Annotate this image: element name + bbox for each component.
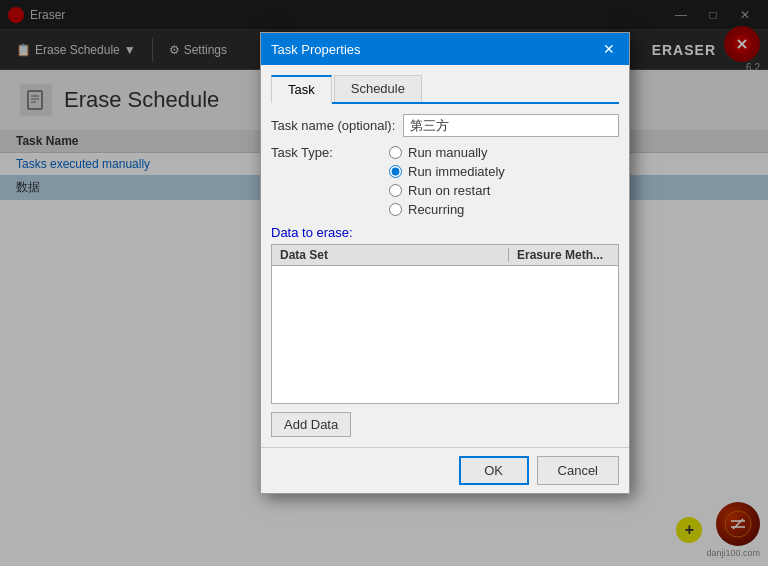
data-section-label: Data to erase: — [271, 225, 619, 240]
radio-recurring[interactable]: Recurring — [389, 202, 505, 217]
add-data-row: Add Data — [271, 412, 619, 437]
radio-run-manually-label: Run manually — [408, 145, 488, 160]
radio-run-on-restart-input[interactable] — [389, 184, 402, 197]
col-erasure: Erasure Meth... — [508, 248, 618, 262]
cancel-button[interactable]: Cancel — [537, 456, 619, 485]
radio-recurring-label: Recurring — [408, 202, 464, 217]
tab-schedule[interactable]: Schedule — [334, 75, 422, 102]
radio-run-on-restart[interactable]: Run on restart — [389, 183, 505, 198]
radio-recurring-input[interactable] — [389, 203, 402, 216]
task-name-label: Task name (optional): — [271, 118, 395, 133]
data-table-header: Data Set Erasure Meth... — [272, 245, 618, 266]
task-properties-dialog: Task Properties ✕ Task Schedule Task nam… — [260, 32, 630, 494]
dialog-body: Task Schedule Task name (optional): Task… — [261, 65, 629, 447]
tab-schedule-label: Schedule — [351, 81, 405, 96]
radio-run-immediately-label: Run immediately — [408, 164, 505, 179]
dialog-title-bar: Task Properties ✕ — [261, 33, 629, 65]
col-dataset: Data Set — [272, 248, 508, 262]
task-type-label: Task Type: — [271, 145, 381, 160]
add-data-button[interactable]: Add Data — [271, 412, 351, 437]
data-table-body — [272, 266, 618, 396]
task-name-row: Task name (optional): — [271, 114, 619, 137]
dialog-footer: OK Cancel — [261, 447, 629, 493]
dialog-tabs: Task Schedule — [271, 75, 619, 104]
radio-run-manually[interactable]: Run manually — [389, 145, 505, 160]
radio-run-manually-input[interactable] — [389, 146, 402, 159]
task-type-radio-group: Run manually Run immediately Run on rest… — [389, 145, 505, 217]
tab-task[interactable]: Task — [271, 75, 332, 104]
ok-button[interactable]: OK — [459, 456, 529, 485]
dialog-close-button[interactable]: ✕ — [599, 39, 619, 59]
task-type-row: Task Type: Run manually Run immediately … — [271, 145, 619, 217]
tab-task-label: Task — [288, 82, 315, 97]
task-name-input[interactable] — [403, 114, 619, 137]
radio-run-on-restart-label: Run on restart — [408, 183, 490, 198]
data-table: Data Set Erasure Meth... — [271, 244, 619, 404]
radio-run-immediately[interactable]: Run immediately — [389, 164, 505, 179]
dialog-title: Task Properties — [271, 42, 361, 57]
radio-run-immediately-input[interactable] — [389, 165, 402, 178]
